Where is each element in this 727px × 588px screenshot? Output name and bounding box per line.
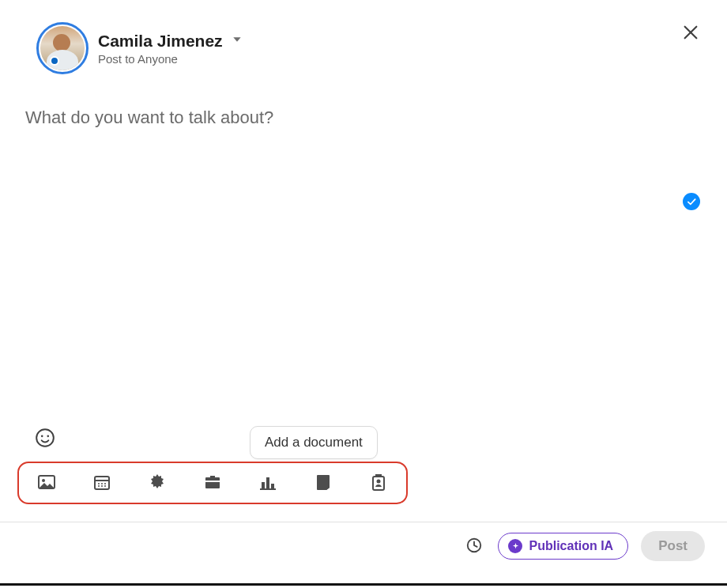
- svg-point-2: [36, 429, 54, 447]
- clock-icon: [465, 537, 483, 556]
- add-job-button[interactable]: [202, 473, 223, 493]
- svg-point-12: [98, 485, 100, 487]
- starburst-icon: [148, 473, 167, 494]
- svg-point-6: [42, 479, 45, 482]
- celebrate-button[interactable]: [147, 473, 168, 493]
- footer-bar: Publication IA Post: [0, 531, 727, 561]
- verified-check-icon: [683, 193, 700, 210]
- create-post-modal: Camila Jimenez Post to Anyone Add a doc: [0, 0, 727, 588]
- add-document-button[interactable]: [313, 473, 333, 493]
- svg-point-10: [101, 483, 103, 484]
- post-header: Camila Jimenez Post to Anyone: [0, 0, 727, 82]
- editor-area: [0, 82, 727, 346]
- tooltip-add-document: Add a document: [250, 426, 378, 459]
- calendar-icon: [92, 473, 111, 494]
- bottom-border: [0, 583, 727, 586]
- svg-point-20: [377, 479, 381, 483]
- find-expert-button[interactable]: [368, 473, 389, 493]
- image-icon: [37, 473, 56, 494]
- chevron-down-icon: [231, 33, 243, 49]
- divider: [0, 522, 727, 522]
- post-text-input[interactable]: [24, 106, 703, 343]
- post-visibility[interactable]: Post to Anyone: [98, 52, 243, 66]
- svg-rect-18: [260, 488, 276, 490]
- author-selector[interactable]: Camila Jimenez: [98, 32, 243, 51]
- schedule-button[interactable]: [463, 535, 485, 557]
- publication-ia-button[interactable]: Publication IA: [498, 533, 628, 560]
- identity-block: Camila Jimenez Post to Anyone: [98, 32, 243, 66]
- create-poll-button[interactable]: [258, 473, 278, 493]
- svg-point-11: [104, 483, 106, 484]
- close-button[interactable]: [678, 21, 703, 46]
- svg-point-9: [98, 483, 100, 484]
- emoji-button[interactable]: [30, 427, 51, 447]
- avatar[interactable]: [36, 22, 89, 74]
- add-event-button[interactable]: [92, 473, 112, 493]
- id-badge-icon: [369, 473, 388, 494]
- attachment-toolbar: [17, 462, 408, 504]
- svg-point-3: [41, 435, 43, 438]
- user-name: Camila Jimenez: [98, 32, 223, 51]
- svg-point-13: [101, 485, 103, 487]
- avatar-badge-icon: [50, 56, 59, 66]
- document-icon: [314, 473, 333, 494]
- svg-rect-17: [271, 484, 274, 488]
- svg-rect-15: [262, 482, 265, 488]
- close-icon: [682, 24, 699, 43]
- post-button-label: Post: [658, 538, 687, 553]
- post-button[interactable]: Post: [641, 531, 705, 561]
- tooltip-label: Add a document: [265, 435, 363, 450]
- svg-point-14: [104, 485, 106, 487]
- add-photo-button[interactable]: [36, 473, 57, 493]
- sparkle-icon: [508, 539, 522, 553]
- bar-chart-icon: [258, 473, 277, 494]
- avatar-image: [40, 26, 85, 70]
- emoji-icon: [35, 439, 55, 450]
- publication-ia-label: Publication IA: [529, 539, 613, 553]
- briefcase-icon: [203, 473, 222, 494]
- svg-rect-16: [266, 477, 269, 488]
- svg-point-4: [47, 435, 49, 438]
